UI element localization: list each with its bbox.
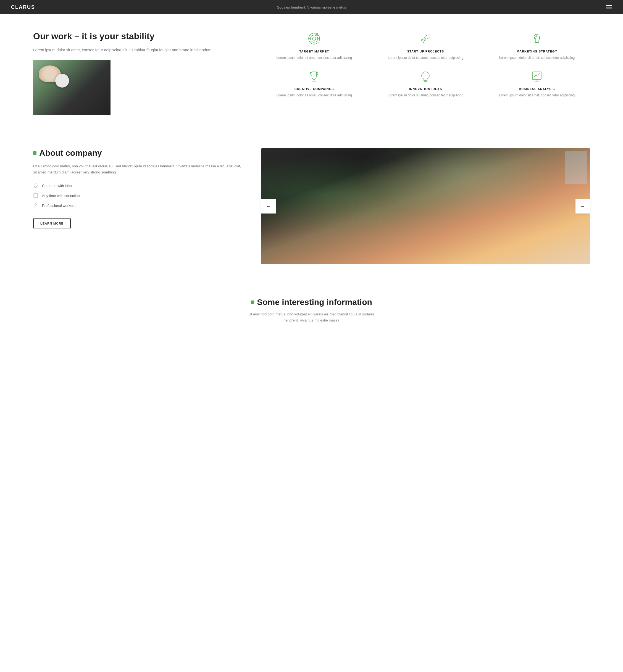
list-item-workers: Professional workers — [33, 203, 245, 209]
section-work: Our work – it is your stability Lorem ip… — [0, 14, 623, 132]
innovation-ideas-icon — [418, 68, 433, 84]
list-item-workers-text: Professional workers — [42, 204, 76, 208]
feature-marketing-desc: Lorem ipsum dolor sit amet, consec tetur… — [484, 55, 590, 60]
feature-marketing-title: MARKETING STRATEGY — [484, 50, 590, 53]
feature-innovation-desc: Lorem ipsum dolor sit amet, consec tetur… — [373, 93, 478, 98]
business-analysis-icon — [529, 68, 544, 84]
feature-startup-title: START UP PROJECTS — [373, 50, 478, 53]
feature-business-analysis: BUSINESS ANALYSIS Lorem ipsum dolor sit … — [484, 68, 590, 98]
section-info: Some interesting information Ut euismod … — [0, 281, 623, 334]
creative-campaigns-icon — [306, 68, 322, 84]
svg-point-13 — [536, 36, 537, 37]
navbar: CLARUS Sodales hendrerit. Vivamus molest… — [0, 0, 623, 14]
list-item-idea: Came up with idea — [33, 183, 245, 189]
person-list-icon — [33, 203, 39, 209]
feature-startup-desc: Lorem ipsum dolor sit amet, consec tetur… — [373, 55, 478, 60]
navbar-center-text: Sodales hendrerit. Vivamus molestie metu… — [277, 5, 346, 9]
chart-icon-svg — [530, 70, 543, 83]
learn-more-button[interactable]: LEARN MORE — [33, 218, 71, 228]
feature-creative-desc: Lorem ipsum dolor sit amet, consec tetur… — [261, 93, 367, 98]
startup-projects-icon — [418, 31, 433, 47]
telescope-icon-svg — [419, 32, 432, 45]
svg-line-10 — [422, 38, 424, 40]
about-title-text: About company — [39, 148, 102, 158]
feature-business-title: BUSINESS ANALYSIS — [484, 87, 590, 91]
feature-innovation-title: INNOVATION IDEAS — [373, 87, 478, 91]
feature-startup-projects: START UP PROJECTS Lorem ipsum dolor sit … — [373, 31, 478, 60]
menu-bar-3 — [606, 8, 612, 9]
section-about: About company Ut euismod odio metus, non… — [0, 132, 623, 281]
svg-rect-23 — [34, 194, 37, 197]
target-icon-svg — [307, 32, 321, 45]
about-right-panel: ← → — [261, 148, 590, 264]
prev-image-button[interactable]: ← — [261, 199, 276, 214]
about-image — [261, 148, 590, 264]
about-left-panel: About company Ut euismod odio metus, non… — [33, 148, 245, 228]
svg-point-7 — [423, 34, 431, 40]
about-description: Ut euismod odio metus, non volutpat elit… — [33, 163, 245, 175]
target-market-icon — [306, 31, 322, 47]
svg-point-24 — [35, 204, 36, 205]
menu-bar-2 — [606, 7, 612, 7]
list-item-idea-text: Came up with idea — [42, 184, 72, 188]
next-image-button[interactable]: → — [575, 199, 590, 214]
navbar-logo: CLARUS — [11, 4, 35, 10]
feature-target-market-desc: Lorem ipsum dolor sit amet, consec tetur… — [261, 55, 367, 60]
square-list-icon — [33, 193, 39, 198]
info-title-dot — [251, 301, 254, 304]
work-image — [33, 60, 111, 115]
work-features-grid: TARGET MARKET Lorem ipsum dolor sit amet… — [261, 31, 590, 98]
feature-target-market: TARGET MARKET Lorem ipsum dolor sit amet… — [261, 31, 367, 60]
work-left-panel: Our work – it is your stability Lorem ip… — [33, 31, 245, 115]
lightbulb-list-icon — [33, 183, 39, 189]
work-title: Our work – it is your stability — [33, 31, 245, 41]
feature-business-desc: Lorem ipsum dolor sit amet, consec tetur… — [484, 93, 590, 98]
info-title-group: Some interesting information — [33, 298, 590, 307]
work-description: Lorem ipsum dolor sit amet, consec tetur… — [33, 47, 245, 53]
svg-point-1 — [310, 35, 318, 42]
feature-marketing-strategy: MARKETING STRATEGY Lorem ipsum dolor sit… — [484, 31, 590, 60]
about-feature-list: Came up with idea Any time with conectio… — [33, 183, 245, 209]
feature-target-market-title: TARGET MARKET — [261, 50, 367, 53]
feature-creative-title: CREATIVE COMPAINGS — [261, 87, 367, 91]
list-item-connection-text: Any time with conection — [42, 194, 80, 198]
chess-knight-icon-svg — [530, 32, 543, 45]
menu-bar-1 — [606, 5, 612, 6]
lightbulb-icon-svg — [419, 70, 432, 83]
list-item-connection: Any time with conection — [33, 193, 245, 198]
info-description: Ut euismod odio metus, non volutpat elit… — [245, 311, 378, 324]
about-title-group: About company — [33, 148, 245, 158]
marketing-strategy-icon — [529, 31, 544, 47]
trophy-icon-svg — [307, 70, 321, 83]
hamburger-menu-button[interactable] — [606, 5, 612, 9]
feature-innovation-ideas: INNOVATION IDEAS Lorem ipsum dolor sit a… — [373, 68, 478, 98]
svg-point-2 — [313, 37, 316, 40]
about-title-dot — [33, 151, 36, 155]
feature-creative-campaigns: CREATIVE COMPAINGS Lorem ipsum dolor sit… — [261, 68, 367, 98]
info-title-text: Some interesting information — [257, 298, 372, 307]
